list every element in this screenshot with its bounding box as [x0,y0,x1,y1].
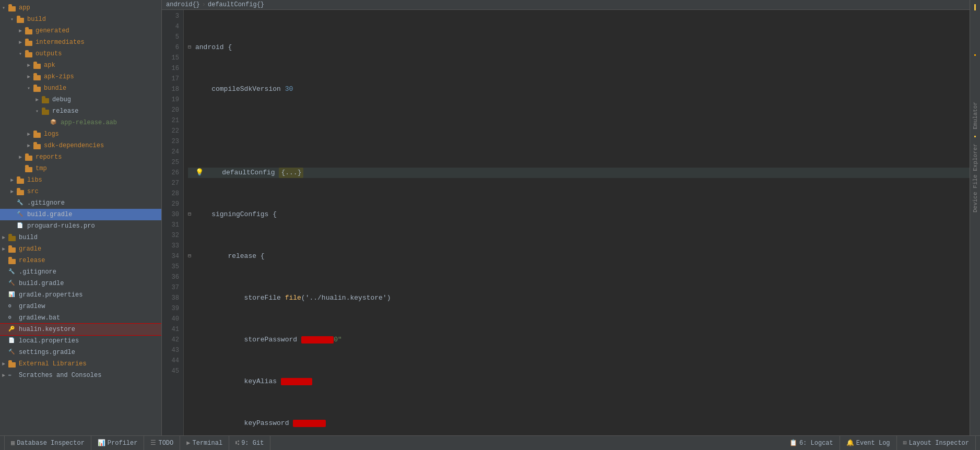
sidebar-item-label: apk [44,62,55,69]
arrow-icon: ► [27,74,33,80]
sidebar-item-build-gradle-top[interactable]: 🔨 build.gradle [0,278,161,289]
terminal-button[interactable]: ▶ Terminal [180,436,229,450]
sidebar-item-apk-zips[interactable]: ► apk-zips [0,71,161,82]
folder-icon [8,234,17,241]
todo-button[interactable]: ☰ TODO [144,436,180,450]
folder-icon [8,4,17,11]
editor: android{} › defaultConfig{} 3 4 5 6 15 1… [162,0,970,435]
folder-icon [8,257,17,264]
sidebar-item-generated[interactable]: ► generated [0,25,161,37]
file-icon: 📄 [17,222,25,230]
sidebar-item-apk[interactable]: ► apk [0,60,161,71]
folder-icon [25,50,33,57]
folder-icon [33,62,42,69]
sidebar-item-bundle[interactable]: ▾ bundle [0,82,161,94]
sidebar-item-gradlew[interactable]: ⚙ gradlew [0,301,161,312]
sidebar-item-app-release[interactable]: 📦 app-release.aab [0,117,161,128]
sidebar-item-debug[interactable]: ► debug [0,94,161,105]
arrow-icon: ► [19,40,25,45]
arrow-icon: ► [27,143,33,149]
git-button[interactable]: ⑆ 9: Git [229,436,270,450]
sidebar-item-libs[interactable]: ► libs [0,174,161,186]
sidebar-item-reports[interactable]: ► reports [0,151,161,163]
sidebar-item-gitignore[interactable]: 🔧 .gitignore [0,197,161,209]
sidebar-item-gitignore-top[interactable]: 🔧 .gitignore [0,266,161,278]
profiler-button[interactable]: 📊 Profiler [91,436,145,450]
sidebar-item-gradle[interactable]: ► gradle [0,243,161,255]
sidebar-item-tmp[interactable]: tmp [0,163,161,174]
sidebar-item-outputs[interactable]: ▾ outputs [0,48,161,60]
main-area: ▾ app ▾ build ► generated ► intermediate… [0,0,980,435]
file-icon: 🔨 [8,280,17,287]
sidebar-item-label: sdk-dependencies [44,142,104,149]
database-inspector-button[interactable]: ▦ Database Inspector [4,436,91,450]
sidebar-item-hualin-keystore[interactable]: 🔑 hualin.keystore [0,324,161,335]
arrow-icon [2,258,8,264]
sidebar-item-build-gradle[interactable]: 🔨 build.gradle [0,209,161,220]
arrow-icon: ► [2,361,8,367]
logcat-button[interactable]: 📋 6: Logcat [783,436,840,450]
arrow-icon: ► [36,97,42,103]
arrow-icon [10,212,17,218]
sidebar-item-label: generated [36,27,69,34]
sidebar-item-scratches[interactable]: ► ✏ Scratches and Consoles [0,370,161,381]
sidebar-item-label: .gitignore [27,199,65,207]
breadcrumb-item: android{} [166,1,200,8]
sidebar-item-local-properties[interactable]: 📄 local.properties [0,335,161,347]
sidebar-item-settings-gradle[interactable]: 🔨 settings.gradle [0,347,161,358]
profiler-icon: 📊 [98,439,105,447]
arrow-icon: ► [19,28,25,34]
code-content: ⊟ android { compileSdkVersion 30 💡 [184,10,970,435]
breadcrumb: android{} › defaultConfig{} [162,0,970,10]
redacted-value [301,336,334,344]
sidebar-item-intermediates[interactable]: ► intermediates [0,37,161,48]
sidebar-item-label: tmp [36,165,47,172]
layout-inspector-button[interactable]: ⊞ Layout Inspector [897,436,976,450]
sidebar-item-sdk-dependencies[interactable]: ► sdk-dependencies [0,140,161,151]
sidebar-item-proguard[interactable]: 📄 proguard-rules.pro [0,220,161,232]
terminal-icon: ▶ [186,439,190,447]
scroll-marker [974,136,976,137]
breadcrumb-item: defaultConfig{} [208,1,264,8]
arrow-icon: ► [2,373,8,378]
code-line [188,126,970,136]
layout-inspector-label: Layout Inspector [909,440,969,447]
todo-label: TODO [158,440,173,447]
arrow-icon: ▾ [19,51,25,57]
folder-icon [25,39,33,46]
database-icon: ▦ [11,439,15,447]
device-file-explorer-label[interactable]: Device File Explorer [971,139,979,217]
arrow-icon: ► [2,246,8,252]
code-line: ⊟ android { [188,42,970,53]
sidebar-item-label: build [27,16,46,23]
folder-icon [17,188,25,195]
code-line: storePassword 0" [188,335,970,345]
profiler-label: Profiler [108,440,138,447]
sidebar-item-label: src [27,188,39,195]
sidebar-item-src[interactable]: ► src [0,186,161,197]
sidebar-item-build[interactable]: ▾ build [0,14,161,25]
sidebar-item-build-top[interactable]: ► build [0,232,161,243]
redacted-value [293,420,325,427]
git-label: 9: Git [241,440,264,447]
sidebar-item-gradle-properties[interactable]: 📊 gradle.properties [0,289,161,301]
sidebar-item-logs[interactable]: ► logs [0,128,161,140]
fold-icon [188,84,195,94]
event-log-button[interactable]: 🔔 Event Log [840,436,897,450]
file-icon: 🔑 [8,326,17,333]
sidebar-item-release-top[interactable]: release [0,255,161,266]
logcat-icon: 📋 [789,439,797,447]
sidebar-item-gradlew-bat[interactable]: ⚙ gradlew.bat [0,312,161,324]
sidebar-item-app[interactable]: ▾ app [0,2,161,14]
sidebar-item-label: build.gradle [19,280,64,287]
sidebar-item-label: Scratches and Consoles [19,372,101,379]
sidebar-item-external-libraries[interactable]: ► External Libraries [0,358,161,370]
emulator-label[interactable]: Emulator [971,98,979,134]
arrow-icon: ► [10,177,17,183]
fold-icon[interactable]: ⊟ [188,42,195,53]
folder-icon [25,165,33,172]
arrow-icon [44,120,50,126]
sidebar-item-label: app [19,4,30,11]
sidebar-item-release-sub[interactable]: ▾ release [0,105,161,117]
sidebar-item-label: outputs [36,50,62,57]
